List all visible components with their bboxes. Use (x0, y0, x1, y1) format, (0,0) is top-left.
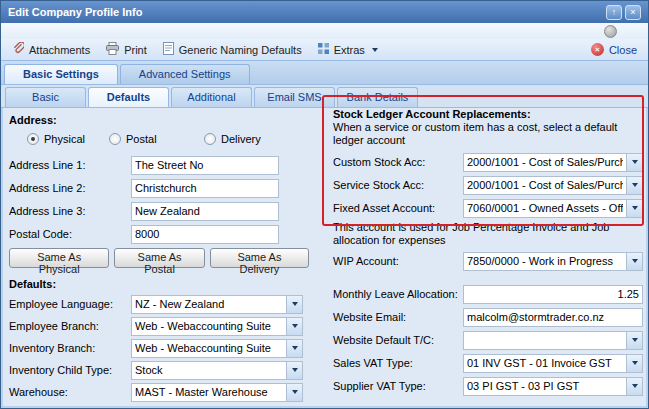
form-row: Address Line 2: (9, 178, 309, 198)
address-heading: Address: (9, 114, 309, 126)
gray-circle-icon[interactable] (604, 25, 617, 38)
paperclip-icon (12, 42, 24, 57)
tab-additional[interactable]: Additional (171, 87, 252, 107)
employee-language-value[interactable] (132, 296, 286, 313)
tab-basic[interactable]: Basic (5, 87, 86, 107)
defaults-heading: Defaults: (9, 278, 309, 290)
address-line2-input[interactable] (131, 179, 279, 198)
chevron-down-icon[interactable] (626, 154, 642, 171)
address-line1-input[interactable] (131, 156, 279, 175)
same-as-delivery-button[interactable]: Same As Delivery (210, 248, 309, 268)
same-as-postal-button[interactable]: Same As Postal (114, 248, 205, 268)
radio-delivery[interactable]: Delivery (204, 133, 261, 145)
sales-vat-type-label: Sales VAT Type: (333, 357, 463, 369)
employee-branch-select[interactable] (131, 317, 303, 336)
chevron-down-icon[interactable] (626, 200, 642, 217)
monthly-leave-allocation-input[interactable] (463, 285, 643, 304)
close-button[interactable]: × Close (585, 41, 643, 58)
form-row: Warehouse: (9, 382, 309, 402)
collapse-icon[interactable]: ↑ (606, 5, 622, 20)
radio-physical-label: Physical (44, 133, 85, 145)
radio-icon (109, 133, 121, 145)
supplier-vat-type-value[interactable] (464, 378, 626, 395)
chevron-down-icon[interactable] (286, 384, 302, 401)
chevron-down-icon[interactable] (626, 355, 642, 372)
spacer (333, 274, 645, 284)
supplier-vat-type-label: Supplier VAT Type: (333, 380, 463, 392)
website-default-tc-select[interactable] (463, 331, 643, 350)
inventory-branch-select[interactable] (131, 339, 303, 358)
wip-account-label: WIP Account: (333, 255, 463, 267)
radio-physical[interactable]: Physical (27, 133, 109, 145)
chevron-down-icon[interactable] (286, 296, 302, 313)
postal-code-input[interactable] (131, 225, 279, 244)
attachments-button[interactable]: Attachments (6, 40, 96, 59)
inventory-child-type-label: Inventory Child Type: (9, 364, 131, 376)
tab-advanced-settings[interactable]: Advanced Settings (120, 64, 250, 84)
stock-ledger-column: Stock Ledger Account Replacements: When … (333, 108, 645, 399)
radio-selected-icon (27, 133, 39, 145)
print-label: Print (124, 44, 147, 56)
same-as-physical-button[interactable]: Same As Physical (9, 248, 109, 268)
main-tab-bar: Basic Settings Advanced Settings (1, 61, 648, 85)
custom-stock-acc-label: Custom Stock Acc: (333, 156, 463, 168)
print-button[interactable]: Print (100, 40, 153, 59)
monthly-leave-allocation-label: Monthly Leave Allocation: (333, 288, 463, 300)
wip-account-value[interactable] (464, 253, 626, 270)
form-row: Service Stock Acc: (333, 175, 645, 195)
service-stock-acc-select[interactable] (463, 176, 643, 195)
chevron-down-icon[interactable] (626, 378, 642, 395)
address-line3-input[interactable] (131, 202, 279, 221)
radio-postal-label: Postal (126, 133, 157, 145)
inventory-child-type-select[interactable] (131, 361, 303, 380)
wip-account-select[interactable] (463, 252, 643, 271)
website-default-tc-value[interactable] (464, 332, 626, 349)
chevron-down-icon[interactable] (626, 332, 642, 349)
chevron-down-icon[interactable] (286, 362, 302, 379)
website-email-input[interactable] (463, 308, 643, 327)
fixed-asset-account-value[interactable] (464, 200, 626, 217)
chevron-down-icon[interactable] (626, 253, 642, 270)
sales-vat-type-select[interactable] (463, 354, 643, 373)
inventory-branch-value[interactable] (132, 340, 286, 357)
warehouse-value[interactable] (132, 384, 286, 401)
tab-defaults[interactable]: Defaults (88, 87, 169, 107)
employee-language-select[interactable] (131, 295, 303, 314)
stock-ledger-heading: Stock Ledger Account Replacements: (333, 108, 645, 120)
generic-naming-defaults-button[interactable]: Generic Naming Defaults (157, 40, 308, 59)
chevron-down-icon[interactable] (286, 340, 302, 357)
service-stock-acc-value[interactable] (464, 177, 626, 194)
radio-postal[interactable]: Postal (109, 133, 204, 145)
form-row: Monthly Leave Allocation: (333, 284, 645, 304)
custom-stock-acc-select[interactable] (463, 153, 643, 172)
edit-company-profile-window: Edit Company Profile Info ↑ × Attachment… (0, 0, 649, 409)
address-line3-label: Address Line 3: (9, 205, 131, 217)
inventory-child-type-value[interactable] (132, 362, 286, 379)
window-close-icon[interactable]: × (625, 5, 641, 20)
form-row: Postal Code: (9, 224, 309, 244)
website-email-label: Website Email: (333, 311, 463, 323)
postal-code-label: Postal Code: (9, 228, 131, 240)
form-row: Inventory Child Type: (9, 360, 309, 380)
fixed-asset-account-select[interactable] (463, 199, 643, 218)
form-row: Inventory Branch: (9, 338, 309, 358)
radio-icon (204, 133, 216, 145)
extras-button[interactable]: Extras (312, 41, 384, 58)
same-as-button-row: Same As Physical Same As Postal Same As … (9, 248, 309, 268)
chevron-down-icon[interactable] (286, 318, 302, 335)
form-row: Employee Branch: (9, 316, 309, 336)
employee-branch-value[interactable] (132, 318, 286, 335)
inventory-branch-label: Inventory Branch: (9, 342, 131, 354)
generic-naming-defaults-label: Generic Naming Defaults (179, 44, 302, 56)
supplier-vat-type-select[interactable] (463, 377, 643, 396)
custom-stock-acc-value[interactable] (464, 154, 626, 171)
sales-vat-type-value[interactable] (464, 355, 626, 372)
toolbar: Attachments Print Generic Naming Default… (1, 39, 648, 61)
window-titlebar: Edit Company Profile Info ↑ × (1, 1, 648, 23)
tab-bank-details[interactable]: Bank Details (337, 87, 418, 107)
form-row: Employee Language: (9, 294, 309, 314)
chevron-down-icon[interactable] (626, 177, 642, 194)
tab-basic-settings[interactable]: Basic Settings (4, 64, 118, 84)
warehouse-select[interactable] (131, 383, 303, 402)
tab-email-sms[interactable]: Email SMS (254, 87, 335, 107)
